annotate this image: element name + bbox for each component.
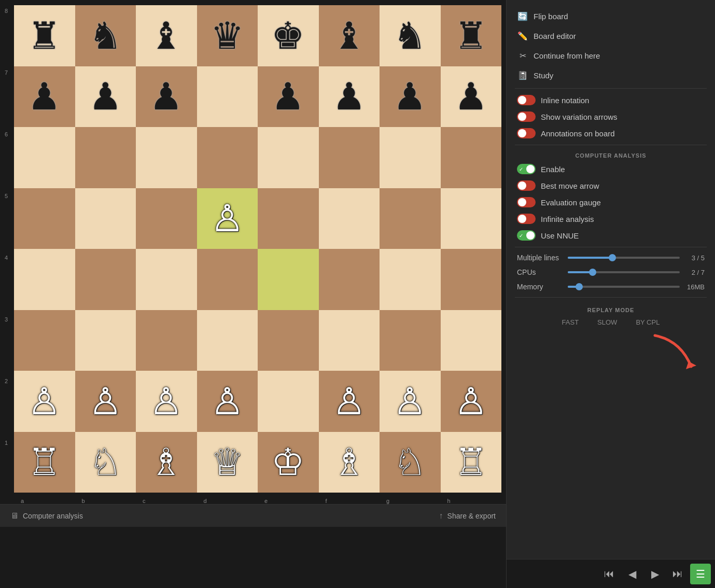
square-e4[interactable] <box>258 249 319 310</box>
cpus-track[interactable] <box>568 271 680 273</box>
square-c8[interactable]: ♝ <box>136 5 197 66</box>
square-d2[interactable]: ♙ <box>197 371 258 432</box>
square-d6[interactable] <box>197 127 258 188</box>
square-a8[interactable]: ♜ <box>14 5 75 66</box>
square-g8[interactable]: ♞ <box>380 5 441 66</box>
show-variation-arrows-switch[interactable]: ✕ <box>517 111 536 122</box>
square-a5[interactable] <box>14 188 75 249</box>
enable-toggle[interactable]: ✓ Enable <box>515 161 707 177</box>
square-b7[interactable]: ♟ <box>75 66 136 128</box>
square-c2[interactable]: ♙ <box>136 371 197 432</box>
square-c4[interactable] <box>136 249 197 310</box>
nav-prev-button[interactable]: ◀ <box>622 564 642 584</box>
enable-switch[interactable]: ✓ <box>517 164 536 174</box>
square-f5[interactable] <box>319 188 380 249</box>
square-d5[interactable]: ♙ <box>197 188 258 249</box>
evaluation-gauge-toggle[interactable]: ✕ Evaluation gauge <box>515 194 707 211</box>
square-e6[interactable] <box>258 127 319 188</box>
bottom-bar-right[interactable]: ↑ Share & export <box>439 511 496 521</box>
study-item[interactable]: 📓 Study <box>515 65 707 85</box>
square-h7[interactable]: ♟ <box>441 66 502 128</box>
square-h2[interactable]: ♙ <box>441 371 502 432</box>
square-f4[interactable] <box>319 249 380 310</box>
square-c6[interactable] <box>136 127 197 188</box>
use-nnue-switch[interactable]: ✓ <box>517 230 536 241</box>
square-b1[interactable]: ♘ <box>75 432 136 493</box>
show-variation-arrows-toggle[interactable]: ✕ Show variation arrows <box>515 108 707 125</box>
square-g7[interactable]: ♟ <box>380 66 441 128</box>
square-h1[interactable]: ♖ <box>441 432 502 493</box>
replay-fast-button[interactable]: FAST <box>553 315 588 330</box>
square-g6[interactable] <box>380 127 441 188</box>
flip-board-item[interactable]: 🔄 Flip board <box>515 6 707 26</box>
nav-last-button[interactable]: ⏭ <box>667 564 688 584</box>
square-e7[interactable]: ♟ <box>258 66 319 128</box>
square-c3[interactable] <box>136 310 197 371</box>
square-f1[interactable]: ♗ <box>319 432 380 493</box>
square-h5[interactable] <box>441 188 502 249</box>
best-move-arrow-toggle[interactable]: ✕ Best move arrow <box>515 177 707 194</box>
square-a2[interactable]: ♙ <box>14 371 75 432</box>
square-a4[interactable] <box>14 249 75 310</box>
memory-track[interactable] <box>568 286 680 288</box>
square-g5[interactable] <box>380 188 441 249</box>
replay-by-cpl-button[interactable]: BY CPL <box>626 315 669 330</box>
square-d7[interactable] <box>197 66 258 128</box>
square-d4[interactable] <box>197 249 258 310</box>
evaluation-gauge-switch[interactable]: ✕ <box>517 197 536 207</box>
square-b8[interactable]: ♞ <box>75 5 136 66</box>
annotations-on-board-switch[interactable]: ✕ <box>517 128 536 138</box>
square-e3[interactable] <box>258 310 319 371</box>
square-h4[interactable] <box>441 249 502 310</box>
square-c5[interactable] <box>136 188 197 249</box>
square-d3[interactable] <box>197 310 258 371</box>
multiple-lines-track[interactable] <box>568 257 680 259</box>
multiple-lines-thumb[interactable] <box>609 254 616 261</box>
square-b3[interactable] <box>75 310 136 371</box>
infinite-analysis-switch[interactable]: ✕ <box>517 214 536 224</box>
infinite-analysis-toggle[interactable]: ✕ Infinite analysis <box>515 211 707 227</box>
square-f8[interactable]: ♝ <box>319 5 380 66</box>
nav-menu-button[interactable]: ☰ <box>690 564 711 584</box>
square-h3[interactable] <box>441 310 502 371</box>
square-c1[interactable]: ♗ <box>136 432 197 493</box>
square-e2[interactable] <box>258 371 319 432</box>
nav-first-button[interactable]: ⏮ <box>599 564 620 584</box>
cpus-thumb[interactable] <box>589 269 596 276</box>
inline-notation-toggle-switch[interactable]: ✕ <box>517 95 536 105</box>
square-a6[interactable] <box>14 127 75 188</box>
square-a3[interactable] <box>14 310 75 371</box>
square-e8[interactable]: ♚ <box>258 5 319 66</box>
board-editor-item[interactable]: ✏️ Board editor <box>515 26 707 46</box>
square-e5[interactable] <box>258 188 319 249</box>
square-g1[interactable]: ♘ <box>380 432 441 493</box>
continue-from-here-item[interactable]: ✂ Continue from here <box>515 46 707 65</box>
annotations-on-board-toggle[interactable]: ✕ Annotations on board <box>515 125 707 142</box>
square-e1[interactable]: ♔ <box>258 432 319 493</box>
square-f2[interactable]: ♙ <box>319 371 380 432</box>
best-move-arrow-switch[interactable]: ✕ <box>517 180 536 191</box>
square-b6[interactable] <box>75 127 136 188</box>
square-h6[interactable] <box>441 127 502 188</box>
square-g3[interactable] <box>380 310 441 371</box>
square-g4[interactable] <box>380 249 441 310</box>
nav-next-button[interactable]: ▶ <box>644 564 665 584</box>
square-h8[interactable]: ♜ <box>441 5 502 66</box>
square-a1[interactable]: ♖ <box>14 432 75 493</box>
square-f3[interactable] <box>319 310 380 371</box>
square-b5[interactable] <box>75 188 136 249</box>
square-f6[interactable] <box>319 127 380 188</box>
square-f7[interactable]: ♟ <box>319 66 380 128</box>
use-nnue-toggle[interactable]: ✓ Use NNUE <box>515 227 707 244</box>
square-b2[interactable]: ♙ <box>75 371 136 432</box>
square-c7[interactable]: ♟ <box>136 66 197 128</box>
bottom-bar-left[interactable]: 🖥 Computer analysis <box>10 511 83 521</box>
replay-slow-button[interactable]: SLOW <box>588 315 626 330</box>
inline-notation-toggle[interactable]: ✕ Inline notation <box>515 92 707 108</box>
square-d1[interactable]: ♕ <box>197 432 258 493</box>
square-a7[interactable]: ♟ <box>14 66 75 128</box>
square-b4[interactable] <box>75 249 136 310</box>
memory-thumb[interactable] <box>576 283 583 290</box>
square-d8[interactable]: ♛ <box>197 5 258 66</box>
square-g2[interactable]: ♙ <box>380 371 441 432</box>
